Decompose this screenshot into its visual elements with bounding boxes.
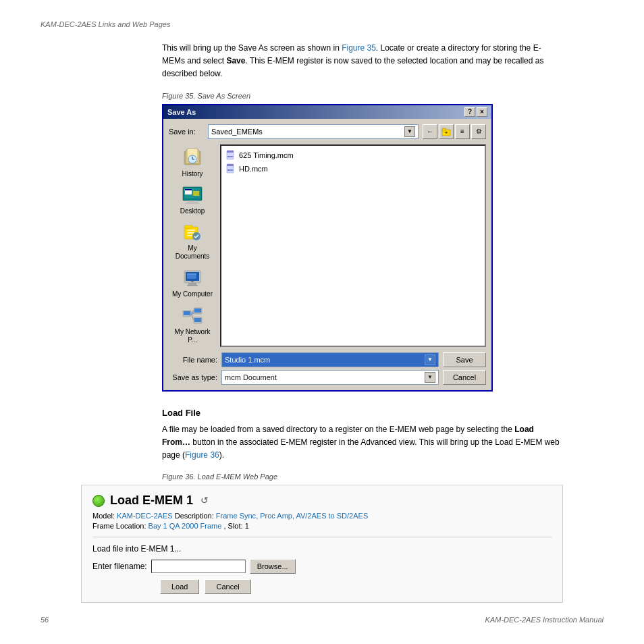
save-in-label: Save in:	[169, 128, 204, 136]
slot-value-text: 1	[245, 522, 249, 530]
file-item-2[interactable]: mcm HD.mcm	[225, 163, 481, 174]
file-name-label: File name:	[169, 356, 217, 364]
footer-page-number: 56	[41, 616, 49, 624]
body-text-1-pre: This will bring up the Save As screen as…	[162, 43, 342, 53]
desktop-icon	[182, 184, 203, 206]
web-page-title: Load E-MEM 1	[110, 493, 193, 508]
desc-av2aes[interactable]: AV/2AES to SD/2AES	[296, 512, 368, 520]
dialog-sidebar: History	[169, 144, 216, 347]
svg-point-37	[191, 312, 194, 315]
svg-rect-19	[187, 232, 194, 234]
mynetwork-icon	[182, 305, 203, 327]
new-folder-button[interactable]: +	[439, 124, 454, 139]
load-file-text-end: ).	[219, 450, 224, 460]
file-item-1[interactable]: mcm 625 Timing.mcm	[225, 150, 481, 161]
cancel-button[interactable]: Cancel	[443, 370, 486, 385]
header-text: KAM-DEC-2AES Links and Web Pages	[41, 20, 170, 28]
save-as-type-value: mcm Document	[225, 373, 277, 381]
frame-location-label: Frame Location:	[92, 522, 146, 530]
figure35-link[interactable]: Figure 35	[342, 43, 376, 53]
page-footer: 56 KAM-DEC-2AES Instruction Manual	[41, 616, 603, 624]
svg-rect-24	[188, 283, 196, 285]
figure35-caption: Figure 35. Save As Screen	[162, 92, 603, 100]
filename-row: File name: Studio 1.mcm ▼	[169, 352, 439, 367]
file-name-1: 625 Timing.mcm	[239, 151, 294, 159]
web-page-title-row: Load E-MEM 1 ↺	[92, 493, 552, 508]
save-in-dropdown[interactable]: Saved_EMEMs ▼	[208, 124, 419, 139]
body-text-1-bold: Save	[226, 56, 245, 65]
sidebar-item-mydocuments[interactable]: My Documents	[169, 219, 216, 263]
load-cancel-row: Load Cancel	[160, 579, 552, 594]
history-icon	[182, 147, 203, 169]
sidebar-item-mycomputer[interactable]: My Computer	[169, 265, 216, 301]
body-paragraph-1: This will bring up the Save As screen as…	[162, 42, 563, 81]
enter-filename-row: Enter filename: Browse...	[92, 559, 552, 574]
mydocuments-icon	[182, 221, 203, 243]
frame-location-value[interactable]: Bay 1 QA 2000 Frame	[149, 522, 222, 530]
figure36-link[interactable]: Figure 36	[185, 450, 219, 460]
svg-rect-11	[187, 200, 198, 203]
refresh-icon[interactable]: ↺	[198, 495, 211, 507]
description-values: Frame Sync, Proc Amp, AV/2AES to SD/2AES	[216, 512, 368, 520]
load-file-heading: Load File	[162, 408, 603, 418]
sidebar-item-mynetwork[interactable]: My Network P...	[169, 302, 216, 347]
save-as-type-dropdown[interactable]: mcm Document ▼	[221, 370, 439, 385]
save-as-type-label: Save as type:	[169, 373, 217, 381]
svg-rect-20	[187, 235, 192, 236]
model-label: Model:	[92, 512, 115, 520]
close-button[interactable]: ×	[477, 107, 487, 117]
svg-rect-25	[187, 285, 198, 286]
new-folder-icon: +	[441, 127, 451, 136]
load-file-text-pre: A file may be loaded from a saved direct…	[162, 425, 514, 434]
svg-rect-12	[186, 203, 199, 204]
svg-rect-14	[185, 189, 192, 190]
enter-filename-label: Enter filename:	[92, 562, 147, 571]
model-line: Model: KAM-DEC-2AES Description: Frame S…	[92, 512, 552, 520]
svg-rect-39	[227, 151, 234, 153]
svg-rect-42	[227, 164, 234, 166]
footer-manual-title: KAM-DEC-2AES Instruction Manual	[485, 616, 603, 624]
slot-label-text: Slot:	[228, 522, 243, 530]
desc-label-text: Description:	[175, 512, 214, 520]
mycomputer-label: My Computer	[172, 290, 213, 298]
mynetwork-label: My Network P...	[170, 328, 215, 344]
file-name-2: HD.mcm	[239, 165, 268, 173]
tools-button[interactable]: ⚙	[471, 124, 486, 139]
views-button[interactable]: ≡	[455, 124, 470, 139]
svg-rect-17	[184, 225, 192, 228]
file-name-value: Studio 1.mcm	[225, 356, 270, 364]
filename-dropdown-arrow[interactable]: ▼	[425, 354, 435, 365]
dialog-main: History	[169, 144, 486, 347]
mydocuments-label: My Documents	[170, 244, 215, 261]
file-area: mcm 625 Timing.mcm mcm	[220, 144, 486, 347]
file-icon-2: mcm	[225, 163, 236, 174]
save-in-dropdown-arrow[interactable]: ▼	[404, 126, 415, 137]
load-button[interactable]: Load	[160, 579, 199, 594]
filename-input[interactable]	[151, 560, 246, 573]
svg-rect-28	[187, 273, 196, 275]
sidebar-item-history[interactable]: History	[169, 144, 216, 180]
sidebar-item-desktop[interactable]: Desktop	[169, 182, 216, 217]
titlebar-buttons: ? ×	[464, 107, 487, 117]
load-file-body: A file may be loaded from a saved direct…	[162, 423, 563, 462]
svg-rect-34	[194, 318, 201, 322]
file-name-input[interactable]: Studio 1.mcm ▼	[221, 352, 439, 367]
back-button[interactable]: ←	[423, 124, 437, 139]
mycomputer-icon	[182, 267, 203, 289]
saveastype-row: Save as type: mcm Document ▼	[169, 370, 439, 385]
page-container: KAM-DEC-2AES Links and Web Pages This wi…	[0, 0, 644, 644]
saveastype-dropdown-arrow[interactable]: ▼	[425, 372, 435, 383]
desc-framesync[interactable]: Frame Sync	[216, 512, 256, 520]
web-page-title-text: Load E-MEM 1	[110, 493, 193, 507]
svg-rect-26	[191, 281, 194, 282]
cancel-button[interactable]: Cancel	[205, 579, 250, 594]
help-button[interactable]: ?	[464, 107, 475, 117]
svg-text:mcm: mcm	[227, 155, 234, 158]
save-in-row: Save in: Saved_EMEMs ▼ ← +	[169, 124, 486, 139]
desc-procamp[interactable]: Proc Amp	[260, 512, 292, 520]
browse-button[interactable]: Browse...	[250, 559, 296, 574]
web-page-section: Load E-MEM 1 ↺ Model: KAM-DEC-2AES Descr…	[81, 485, 563, 603]
save-button[interactable]: Save	[443, 352, 486, 367]
dialog-bottom: File name: Studio 1.mcm ▼ Save as type: …	[169, 352, 486, 385]
status-green-circle	[92, 495, 105, 507]
